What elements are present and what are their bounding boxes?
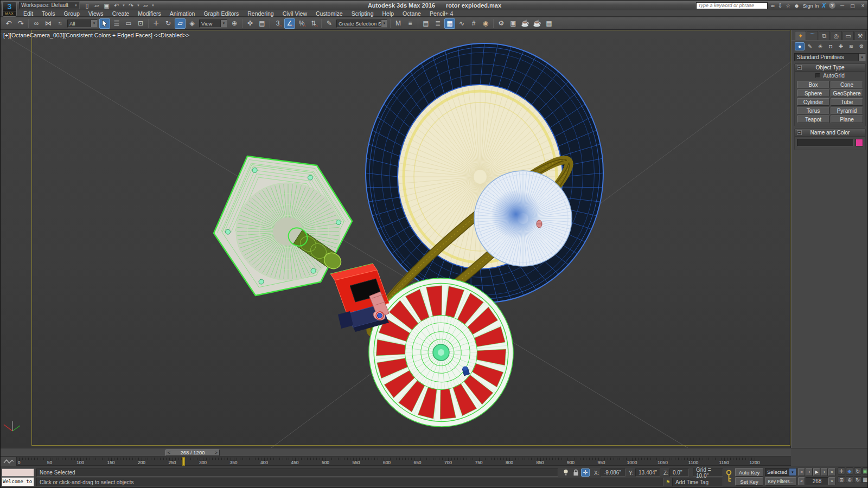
select-and-rotate-button[interactable]: ↻ — [163, 18, 174, 29]
obj-impeller-disc[interactable] — [474, 171, 572, 266]
close-button[interactable]: × — [859, 3, 866, 9]
selection-filter-dropdown[interactable]: All ▼ — [67, 20, 98, 28]
set-keys-button[interactable] — [724, 469, 733, 484]
project-folder-icon[interactable]: ▱ — [142, 2, 150, 9]
tab-modify-icon[interactable]: ⌒ — [807, 31, 818, 40]
select-by-name-button[interactable]: ☰ — [111, 18, 122, 29]
select-and-scale-button[interactable]: ▱ — [175, 18, 186, 29]
collapse-icon[interactable]: − — [797, 65, 802, 70]
select-object-button[interactable] — [99, 18, 110, 29]
previous-frame-arrow[interactable]: < — [166, 450, 172, 455]
camera-viewport[interactable]: [+][OctaneCamera_003][Consistent Colors … — [1, 30, 791, 448]
undo-icon[interactable]: ↶ — [112, 2, 120, 9]
previous-key-button[interactable]: « — [798, 477, 805, 485]
spinner-snap-toggle[interactable]: ⇅∩ — [308, 18, 319, 29]
exchange-apps-icon[interactable]: X — [822, 2, 826, 9]
current-frame-marker[interactable] — [182, 457, 185, 466]
next-frame-button[interactable]: › — [821, 468, 828, 476]
track-ruler[interactable]: 0501001502002503003504004505005506006507… — [1, 457, 791, 466]
menu-edit[interactable]: Edit — [19, 10, 37, 17]
category-shapes-icon[interactable]: ✎ — [805, 42, 815, 50]
category-spacewarps-icon[interactable]: ≋ — [846, 42, 856, 50]
render-last-button[interactable]: ▦ — [544, 18, 554, 29]
application-menu-button[interactable]: 3 MAX — [2, 2, 17, 17]
favorites-icon[interactable]: ☆ — [786, 2, 790, 9]
absolute-offset-mode-toggle[interactable]: ✛ — [581, 468, 590, 477]
window-crossing-toggle[interactable]: ⊡ — [135, 18, 146, 29]
restore-button[interactable]: ◻ — [849, 3, 856, 9]
menu-modifiers[interactable]: Modifiers — [133, 10, 165, 17]
redo-icon[interactable]: ↷ — [127, 2, 135, 9]
category-geometry-icon[interactable]: ● — [795, 42, 805, 50]
x-coordinate-field[interactable]: -9.086" — [601, 468, 626, 477]
set-key-button[interactable]: Set Key — [735, 477, 763, 486]
align-button[interactable]: ≡ — [405, 18, 416, 29]
autogrid-checkbox[interactable] — [815, 73, 820, 78]
go-to-end-button[interactable]: » — [828, 468, 835, 476]
add-time-tag-field[interactable]: Add Time Tag — [672, 478, 723, 486]
layer-explorer-toggle[interactable]: ≣ — [432, 18, 443, 29]
search-icon[interactable]: ∞ — [771, 2, 775, 9]
menu-civil-view[interactable]: Civil View — [278, 10, 311, 17]
maximize-viewport-toggle[interactable]: ▣ — [862, 467, 868, 474]
redo-history-chevron[interactable]: ▼ — [137, 4, 140, 7]
menu-animation[interactable]: Animation — [165, 10, 200, 17]
reference-coordinate-system-dropdown[interactable]: View ▼ — [199, 20, 227, 28]
object-type-cone[interactable]: Cone — [831, 81, 863, 88]
isolate-selection-icon[interactable] — [561, 468, 570, 477]
viewport-label[interactable]: [+][OctaneCamera_003][Consistent Colors … — [3, 32, 189, 38]
scene-explorer-toggle[interactable]: ▤ — [420, 18, 431, 29]
tab-hierarchy-icon[interactable]: ⧉ — [819, 31, 830, 40]
track-bar[interactable]: 0501001502002503003504004505005506006507… — [1, 457, 791, 466]
undo-history-chevron[interactable]: ▼ — [122, 4, 125, 7]
curve-editor-button[interactable]: ∿ — [456, 18, 467, 29]
undo-button[interactable]: ↶ — [3, 18, 14, 29]
menu-customize[interactable]: Customize — [311, 10, 347, 17]
menu-group[interactable]: Group — [60, 10, 84, 17]
open-file-icon[interactable]: ▱ — [93, 2, 101, 9]
select-and-link-button[interactable]: ∞ — [31, 18, 42, 29]
collapse-icon[interactable]: − — [797, 130, 802, 135]
key-mode-dropdown[interactable]: Selected ▼ — [765, 468, 796, 476]
z-coordinate-field[interactable]: 0.0" — [669, 468, 689, 477]
angle-snap-toggle[interactable]: ∠∩ — [284, 18, 295, 29]
maximize-viewport-toggle-2[interactable]: ▦ — [862, 476, 868, 483]
mirror-button[interactable]: M — [393, 18, 404, 29]
tab-utilities-icon[interactable]: ⚒ — [854, 31, 866, 40]
steering-wheels-button[interactable]: ◆ — [846, 467, 853, 474]
rectangular-selection-region-button[interactable]: ▭ — [123, 18, 134, 29]
communication-center-icon[interactable]: ⇩ — [778, 2, 782, 9]
object-type-tube[interactable]: Tube — [831, 98, 863, 106]
menu-pencil-4[interactable]: Pencil+ 4 — [425, 10, 458, 17]
new-scene-icon[interactable]: ▯ — [83, 2, 91, 9]
maxscript-mini-listener[interactable]: Welcome to M — [2, 477, 34, 486]
select-and-manipulate-button[interactable]: ✜ — [245, 18, 256, 29]
use-pivot-point-center-button[interactable]: ⊕ — [229, 18, 240, 29]
unlink-selection-button[interactable]: ⋈ — [43, 18, 54, 29]
zoom-button[interactable]: ⊕ — [846, 476, 853, 483]
obj-red-bracket[interactable] — [330, 264, 389, 332]
menu-help[interactable]: Help — [378, 10, 398, 17]
auto-key-button[interactable]: Auto Key — [735, 468, 763, 477]
object-type-teapot[interactable]: Teapot — [797, 115, 829, 123]
object-type-cylinder[interactable]: Cylinder — [797, 98, 829, 106]
render-production-button[interactable]: ☕ — [520, 18, 531, 29]
primitive-category-dropdown[interactable]: Standard Primitives ▼ — [794, 53, 866, 61]
minimize-button[interactable]: ─ — [839, 3, 846, 9]
ribbon-toggle[interactable]: ▦ — [444, 18, 455, 29]
sign-in-button[interactable]: Sign In — [803, 2, 819, 9]
name-color-rollout-header[interactable]: − Name and Color — [795, 129, 865, 137]
render-setup-button[interactable]: ⚙ — [496, 18, 507, 29]
snaps-toggle-button[interactable]: 3∩ — [272, 18, 283, 29]
object-type-geosphere[interactable]: GeoSphere — [831, 89, 863, 97]
category-lights-icon[interactable]: ☀ — [815, 42, 825, 50]
next-key-button[interactable]: » — [828, 477, 835, 485]
select-and-place-button[interactable]: ◈ — [187, 18, 197, 29]
redo-button[interactable]: ↷ — [15, 18, 26, 29]
render-iterative-button[interactable]: ☕ — [532, 18, 542, 29]
dolly-camera-button[interactable]: ✛ — [838, 467, 845, 474]
menu-scripting[interactable]: Scripting — [347, 10, 378, 17]
material-editor-button[interactable]: ◉ — [480, 18, 491, 29]
edit-named-selection-sets-button[interactable]: ✎ — [324, 18, 335, 29]
object-type-torus[interactable]: Torus — [797, 107, 829, 114]
